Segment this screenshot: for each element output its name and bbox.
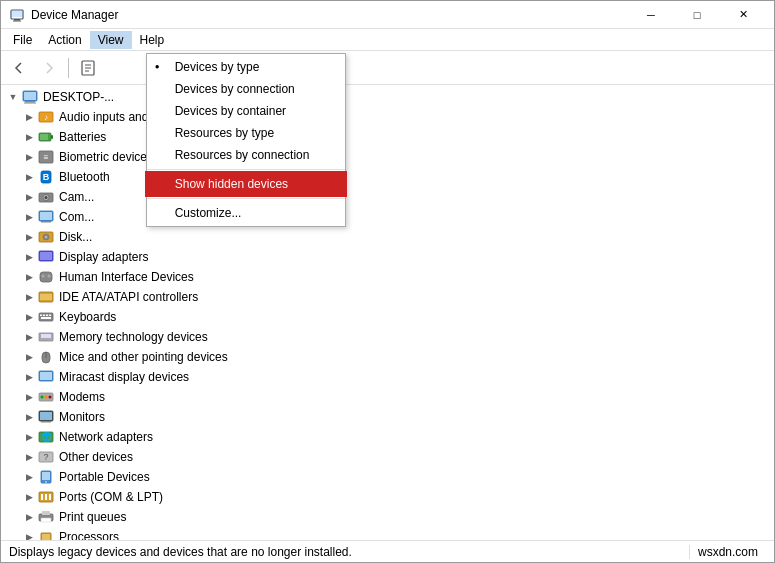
list-item[interactable]: ▶ Print queues bbox=[1, 507, 774, 527]
view-menu: Devices by type Devices by connection De… bbox=[146, 53, 346, 227]
root-expander[interactable]: ▼ bbox=[5, 89, 21, 105]
monitors-icon bbox=[37, 409, 55, 425]
ide-icon bbox=[37, 289, 55, 305]
item-label: Modems bbox=[59, 390, 105, 404]
list-item[interactable]: ▶ Mice and other pointing devices bbox=[1, 347, 774, 367]
print-icon bbox=[37, 509, 55, 525]
tree-root[interactable]: ▼ DESKTOP-... bbox=[1, 87, 774, 107]
svg-rect-42 bbox=[41, 317, 51, 319]
expander[interactable]: ▶ bbox=[21, 509, 37, 525]
expander[interactable]: ▶ bbox=[21, 469, 37, 485]
expander[interactable]: ▶ bbox=[21, 149, 37, 165]
list-item[interactable]: ▶ Display adapters bbox=[1, 247, 774, 267]
device-tree[interactable]: ▼ DESKTOP-... ▶ ♪ Audio inputs and bbox=[1, 85, 774, 540]
menu-action[interactable]: Action bbox=[40, 31, 89, 49]
expander[interactable]: ▶ bbox=[21, 109, 37, 125]
svg-rect-55 bbox=[40, 412, 52, 420]
list-item[interactable]: ▶ Disk... bbox=[1, 227, 774, 247]
expander[interactable]: ▶ bbox=[21, 309, 37, 325]
list-item[interactable]: ▶ ♪ Audio inputs and outputs bbox=[1, 107, 774, 127]
list-item[interactable]: ▶ Portable Devices bbox=[1, 467, 774, 487]
list-item[interactable]: ▶ Processors bbox=[1, 527, 774, 540]
item-label: Monitors bbox=[59, 410, 105, 424]
svg-rect-71 bbox=[42, 534, 50, 540]
back-icon bbox=[12, 61, 26, 75]
miracast-icon bbox=[37, 369, 55, 385]
main-area: ▼ DESKTOP-... ▶ ♪ Audio inputs and bbox=[1, 85, 774, 540]
svg-rect-66 bbox=[49, 494, 51, 500]
item-label: Display adapters bbox=[59, 250, 148, 264]
list-item[interactable]: ▶ 🌐 Network adapters bbox=[1, 427, 774, 447]
expander[interactable]: ▶ bbox=[21, 389, 37, 405]
properties-button[interactable] bbox=[74, 55, 102, 81]
close-button[interactable]: ✕ bbox=[720, 1, 766, 29]
list-item[interactable]: ▶ Miracast display devices bbox=[1, 367, 774, 387]
list-item[interactable]: ▶ Keyboards bbox=[1, 307, 774, 327]
menu-file[interactable]: File bbox=[5, 31, 40, 49]
svg-text:≡: ≡ bbox=[44, 153, 49, 162]
expander[interactable]: ▶ bbox=[21, 209, 37, 225]
expander[interactable]: ▶ bbox=[21, 129, 37, 145]
list-item[interactable]: ▶ Batteries bbox=[1, 127, 774, 147]
list-item[interactable]: ▶ IDE ATA/ATAPI controllers bbox=[1, 287, 774, 307]
expander[interactable]: ▶ bbox=[21, 489, 37, 505]
expander[interactable]: ▶ bbox=[21, 429, 37, 445]
svg-text:♪: ♪ bbox=[44, 113, 48, 122]
expander[interactable]: ▶ bbox=[21, 529, 37, 540]
audio-icon: ♪ bbox=[37, 109, 55, 125]
menu-resources-by-type[interactable]: Resources by type bbox=[147, 122, 345, 144]
list-item[interactable]: ▶ Memory technology devices bbox=[1, 327, 774, 347]
expander[interactable]: ▶ bbox=[21, 189, 37, 205]
expander[interactable]: ▶ bbox=[21, 249, 37, 265]
list-item[interactable]: ▶ ≡ Biometric devices bbox=[1, 147, 774, 167]
expander[interactable]: ▶ bbox=[21, 369, 37, 385]
back-button[interactable] bbox=[5, 55, 33, 81]
svg-rect-3 bbox=[11, 10, 23, 17]
expander[interactable]: ▶ bbox=[21, 349, 37, 365]
expander[interactable]: ▶ bbox=[21, 329, 37, 345]
disk-icon bbox=[37, 229, 55, 245]
menu-devices-by-connection[interactable]: Devices by connection bbox=[147, 78, 345, 100]
batteries-icon bbox=[37, 129, 55, 145]
svg-point-51 bbox=[45, 396, 48, 399]
maximize-button[interactable]: □ bbox=[674, 1, 720, 29]
item-label: Com... bbox=[59, 210, 94, 224]
list-item[interactable]: ▶ Modems bbox=[1, 387, 774, 407]
item-label: Biometric devices bbox=[59, 150, 153, 164]
list-item[interactable]: ▶ ? Other devices bbox=[1, 447, 774, 467]
list-item[interactable]: ▶ Cam... bbox=[1, 187, 774, 207]
expander[interactable]: ▶ bbox=[21, 409, 37, 425]
list-item[interactable]: ▶ Human Interface Devices bbox=[1, 267, 774, 287]
svg-rect-41 bbox=[49, 315, 51, 317]
network-icon: 🌐 bbox=[37, 429, 55, 445]
expander[interactable]: ▶ bbox=[21, 169, 37, 185]
minimize-button[interactable]: ─ bbox=[628, 1, 674, 29]
item-label: Miracast display devices bbox=[59, 370, 189, 384]
status-bar: Displays legacy devices and devices that… bbox=[1, 540, 774, 562]
menu-devices-by-container[interactable]: Devices by container bbox=[147, 100, 345, 122]
expander[interactable]: ▶ bbox=[21, 449, 37, 465]
svg-rect-32 bbox=[40, 272, 52, 282]
item-label: Processors bbox=[59, 530, 119, 540]
svg-rect-68 bbox=[42, 511, 50, 515]
menu-devices-by-type[interactable]: Devices by type bbox=[147, 56, 345, 78]
ports-icon bbox=[37, 489, 55, 505]
forward-button[interactable] bbox=[35, 55, 63, 81]
expander[interactable]: ▶ bbox=[21, 289, 37, 305]
svg-point-29 bbox=[45, 236, 47, 238]
computer-devices-icon bbox=[37, 209, 55, 225]
list-item[interactable]: ▶ B Bluetooth bbox=[1, 167, 774, 187]
expander[interactable]: ▶ bbox=[21, 269, 37, 285]
item-label: IDE ATA/ATAPI controllers bbox=[59, 290, 198, 304]
modems-icon bbox=[37, 389, 55, 405]
list-item[interactable]: ▶ Com... bbox=[1, 207, 774, 227]
list-item[interactable]: ▶ Monitors bbox=[1, 407, 774, 427]
menu-help[interactable]: Help bbox=[132, 31, 173, 49]
menu-view[interactable]: View Devices by type Devices by connecti… bbox=[90, 31, 132, 49]
menu-resources-by-connection[interactable]: Resources by connection bbox=[147, 144, 345, 166]
menu-customize[interactable]: Customize... bbox=[147, 202, 345, 224]
properties-icon bbox=[80, 60, 96, 76]
expander[interactable]: ▶ bbox=[21, 229, 37, 245]
menu-show-hidden-devices[interactable]: Show hidden devices bbox=[147, 173, 345, 195]
list-item[interactable]: ▶ Ports (COM & LPT) bbox=[1, 487, 774, 507]
